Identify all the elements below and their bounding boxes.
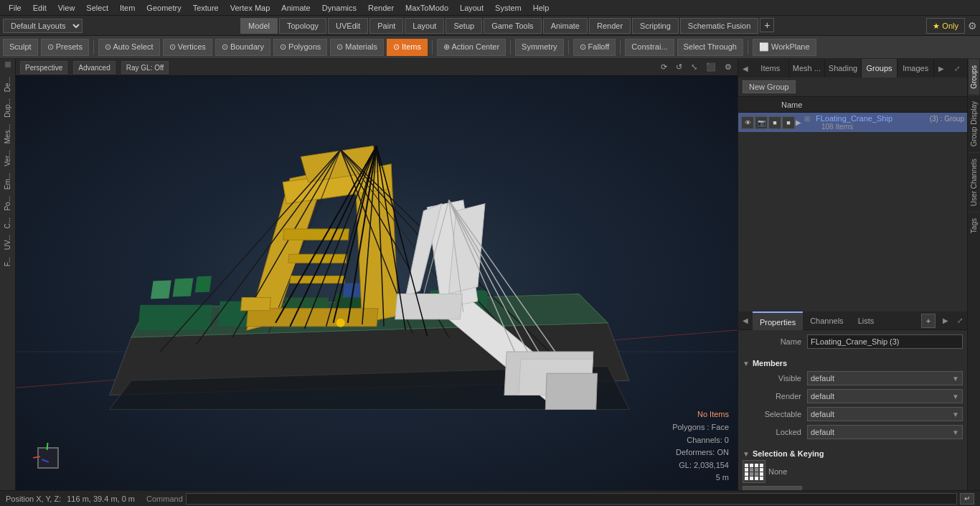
constraints-button[interactable]: Constrai... bbox=[625, 39, 674, 56]
auto-select-button[interactable]: ⊙ Auto Select bbox=[98, 39, 160, 56]
falloff-button[interactable]: ⊙ Falloff bbox=[573, 39, 616, 56]
command-submit-button[interactable]: ↵ bbox=[960, 493, 974, 505]
props-tab-properties[interactable]: Properties bbox=[753, 311, 803, 330]
sidebar-item-dup[interactable]: Dup... bbox=[2, 95, 13, 121]
sidebar-item-ver[interactable]: Ver... bbox=[2, 147, 13, 169]
raygl-button[interactable]: Ray GL: Off bbox=[121, 61, 169, 74]
viewport-canvas[interactable]: No Items Polygons : Face Channels: 0 Def… bbox=[16, 76, 738, 490]
menu-edit[interactable]: Edit bbox=[27, 0, 52, 16]
visible-dropdown[interactable]: default ▼ bbox=[807, 371, 963, 385]
select-toggle[interactable]: ■ bbox=[782, 116, 795, 129]
viewport-icon-3[interactable]: ⤡ bbox=[691, 62, 697, 72]
advanced-button[interactable]: Advanced bbox=[73, 61, 115, 74]
sculpt-button[interactable]: Sculpt bbox=[3, 39, 38, 56]
menu-maxtomodo[interactable]: MaxToModo bbox=[400, 0, 454, 16]
panel-tab-mesh[interactable]: Mesh ... bbox=[789, 59, 826, 78]
settings-icon[interactable]: ⚙ bbox=[968, 20, 977, 32]
layout-tab-gametools[interactable]: Game Tools bbox=[484, 18, 542, 34]
render-dropdown[interactable]: default ▼ bbox=[807, 389, 963, 403]
select-items-button[interactable]: Select Items bbox=[743, 486, 802, 490]
sidebar-item-po[interactable]: Po... bbox=[2, 193, 13, 214]
menu-select[interactable]: Select bbox=[80, 0, 114, 16]
layout-tab-paint[interactable]: Paint bbox=[369, 18, 403, 34]
group-item-crane-ship[interactable]: 👁 📷 ■ ■ ▶ ⊞ FLoating_Crane_Ship (3) : Gr… bbox=[738, 113, 967, 133]
select-through-button[interactable]: Select Through bbox=[677, 39, 743, 56]
sidebar-handle[interactable] bbox=[5, 62, 11, 67]
props-popout[interactable]: ⤢ bbox=[953, 314, 967, 328]
layout-selector[interactable]: Default Layouts bbox=[3, 19, 83, 33]
new-group-button[interactable]: New Group bbox=[743, 80, 796, 93]
viewport-icon-1[interactable]: ⟳ bbox=[661, 62, 667, 72]
far-tab-groups[interactable]: Groups bbox=[969, 59, 979, 95]
materials-button[interactable]: ⊙ Materials bbox=[330, 39, 384, 56]
far-tab-tags[interactable]: Tags bbox=[969, 212, 979, 239]
far-tab-group-display[interactable]: Group Display bbox=[969, 95, 979, 152]
layout-tab-render[interactable]: Render bbox=[589, 18, 631, 34]
layout-tab-topology[interactable]: Topology bbox=[279, 18, 326, 34]
sidebar-item-em[interactable]: Em... bbox=[2, 170, 13, 192]
layout-tab-schematic[interactable]: Schematic Fusion bbox=[680, 18, 758, 34]
sidebar-item-c[interactable]: C... bbox=[2, 215, 13, 232]
add-layout-button[interactable]: + bbox=[760, 18, 774, 32]
props-tab-channels[interactable]: Channels bbox=[803, 311, 850, 330]
props-add-button[interactable]: + bbox=[921, 314, 936, 328]
layout-tab-scripting[interactable]: Scripting bbox=[632, 18, 679, 34]
action-center-button[interactable]: ⊕ Action Center bbox=[437, 39, 506, 56]
layout-tab-setup[interactable]: Setup bbox=[446, 18, 482, 34]
menu-help[interactable]: Help bbox=[527, 0, 555, 16]
presets-button[interactable]: ⊙ Presets bbox=[41, 39, 89, 56]
sidebar-item-mes[interactable]: Mes... bbox=[2, 121, 13, 146]
props-tab-lists[interactable]: Lists bbox=[851, 311, 882, 330]
panel-tab-groups[interactable]: Groups bbox=[862, 59, 898, 78]
selectable-dropdown[interactable]: default ▼ bbox=[807, 407, 963, 421]
workplane-button[interactable]: ⬜ WorkPlane bbox=[753, 39, 816, 56]
panel-expand-left[interactable]: ◀ bbox=[738, 61, 753, 75]
menu-item[interactable]: Item bbox=[114, 0, 141, 16]
menu-vertex-map[interactable]: Vertex Map bbox=[225, 0, 276, 16]
polygons-button[interactable]: ⊙ Polygons bbox=[273, 39, 327, 56]
panel-tab-items[interactable]: Items bbox=[753, 59, 789, 78]
layout-tab-uvedit[interactable]: UVEdit bbox=[328, 18, 368, 34]
only-button[interactable]: ★ Only bbox=[926, 18, 965, 34]
render-toggle[interactable]: 📷 bbox=[755, 116, 768, 129]
menu-animate[interactable]: Animate bbox=[275, 0, 316, 16]
menu-texture[interactable]: Texture bbox=[187, 0, 225, 16]
viewport-icon-4[interactable]: ⬛ bbox=[706, 62, 716, 72]
layout-tab-model[interactable]: Model bbox=[240, 18, 278, 34]
name-input[interactable] bbox=[807, 334, 963, 349]
menu-file[interactable]: File bbox=[3, 0, 27, 16]
panel-popout[interactable]: ⤢ bbox=[950, 61, 964, 75]
far-tab-user-channels[interactable]: User Channels bbox=[969, 152, 979, 212]
viewport-icon-2[interactable]: ↺ bbox=[676, 62, 682, 72]
visibility-toggle[interactable]: 👁 bbox=[741, 116, 754, 129]
expand-arrow[interactable]: ▶ bbox=[796, 118, 801, 126]
panel-tab-images[interactable]: Images bbox=[897, 59, 934, 78]
layout-tab-animate[interactable]: Animate bbox=[543, 18, 588, 34]
members-section-header[interactable]: ▼ Members bbox=[743, 357, 963, 370]
viewport-icon-5[interactable]: ⚙ bbox=[725, 62, 732, 72]
lock-toggle[interactable]: ■ bbox=[768, 116, 781, 129]
sel-keying-header[interactable]: ▼ Selection & Keying bbox=[743, 447, 963, 460]
command-input[interactable] bbox=[186, 493, 957, 505]
items-button[interactable]: ⊙ Items bbox=[387, 39, 428, 56]
menu-render[interactable]: Render bbox=[362, 0, 400, 16]
symmetry-button[interactable]: Symmetry bbox=[515, 39, 564, 56]
panel-expand-right[interactable]: ▶ bbox=[934, 61, 948, 75]
sidebar-item-de[interactable]: De... bbox=[2, 74, 13, 95]
menu-view[interactable]: View bbox=[52, 0, 81, 16]
locked-dropdown[interactable]: default ▼ bbox=[807, 425, 963, 439]
menu-layout[interactable]: Layout bbox=[454, 0, 489, 16]
panel-tab-shading[interactable]: Shading bbox=[825, 59, 862, 78]
props-expand-left[interactable]: ◀ bbox=[738, 314, 753, 328]
sidebar-item-uv[interactable]: UV... bbox=[2, 232, 13, 253]
layout-tab-layout[interactable]: Layout bbox=[405, 18, 444, 34]
perspective-button[interactable]: Perspective bbox=[20, 61, 67, 74]
viewport-area[interactable]: Perspective Advanced Ray GL: Off ⟳ ↺ ⤡ ⬛… bbox=[16, 59, 738, 490]
vertices-button[interactable]: ⊙ Vertices bbox=[163, 39, 212, 56]
menu-system[interactable]: System bbox=[489, 0, 527, 16]
boundary-button[interactable]: ⊙ Boundary bbox=[215, 39, 270, 56]
menu-geometry[interactable]: Geometry bbox=[141, 0, 187, 16]
props-expand-right[interactable]: ▶ bbox=[938, 314, 953, 328]
sidebar-item-f[interactable]: F... bbox=[2, 254, 13, 269]
menu-dynamics[interactable]: Dynamics bbox=[316, 0, 362, 16]
